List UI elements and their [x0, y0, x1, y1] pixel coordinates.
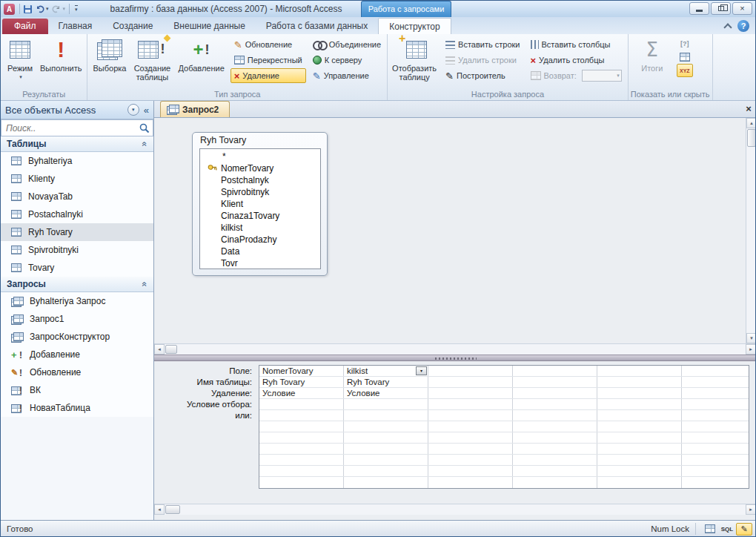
field-list-ryh-tovary[interactable]: Ryh Tovary * NomerTovary Postchalnyk Spi…	[192, 132, 328, 276]
section-collapse-icon[interactable]: «	[140, 142, 150, 147]
sidebar-item-klienty[interactable]: Klienty	[1, 170, 153, 188]
insert-rows-button[interactable]: Вставить строки	[442, 37, 523, 52]
grid-cell[interactable]	[597, 388, 682, 398]
grid-cell-field-2[interactable]: kilkist ▾	[344, 366, 428, 376]
sidebar-item-tovary[interactable]: Tovary	[1, 259, 153, 277]
grid-cell[interactable]	[259, 455, 344, 465]
scroll-down-icon[interactable]: ▼	[746, 333, 756, 343]
tab-home[interactable]: Главная	[48, 19, 103, 34]
grid-cell[interactable]	[428, 477, 513, 488]
tab-external-data[interactable]: Внешние данные	[163, 19, 256, 34]
grid-cell[interactable]	[259, 432, 344, 443]
insert-columns-button[interactable]: Вставить столбцы	[527, 37, 626, 52]
tab-zapros2[interactable]: Запрос2	[160, 101, 230, 117]
sidebar-item-novayatab[interactable]: NovayaTab	[1, 188, 153, 205]
design-vertical-scrollbar[interactable]: ▲ ▼	[746, 118, 756, 343]
nav-pane-header[interactable]: Все объекты Access ▾ «	[1, 101, 153, 119]
field-dropdown-icon[interactable]: ▾	[416, 366, 427, 375]
scroll-right-icon[interactable]: ►	[746, 344, 756, 355]
grid-cell[interactable]	[344, 410, 428, 421]
grid-cell[interactable]	[259, 477, 344, 488]
sidebar-item-postachalnyki[interactable]: Postachalnyki	[1, 205, 153, 223]
grid-cell-table-2[interactable]: Ryh Tovary	[344, 377, 428, 387]
grid-horizontal-scrollbar[interactable]: ◄ ►	[154, 504, 756, 515]
grid-cell[interactable]	[597, 477, 682, 488]
tab-file[interactable]: Файл	[2, 19, 48, 34]
sql-view-button[interactable]: SQL	[719, 523, 735, 536]
grid-cell[interactable]	[682, 410, 749, 421]
close-button[interactable]: ×	[732, 2, 752, 15]
tab-database-tools[interactable]: Работа с базами данных	[256, 19, 378, 34]
field-row-klient[interactable]: Klient	[200, 198, 320, 210]
grid-cell[interactable]	[597, 444, 682, 454]
collapse-ribbon-icon[interactable]	[724, 24, 732, 28]
sidebar-item-spivrobitnyki[interactable]: Spivrobitnyki	[1, 241, 153, 259]
grid-cell[interactable]	[682, 432, 749, 443]
search-icon[interactable]	[139, 122, 150, 134]
grid-cell[interactable]	[428, 399, 513, 409]
delete-columns-button[interactable]: × Удалить столбцы	[527, 53, 626, 67]
grid-cell[interactable]	[513, 388, 597, 398]
vertical-scroll-thumb[interactable]	[747, 129, 756, 147]
scroll-left-icon[interactable]: ◄	[154, 344, 165, 355]
undo-button[interactable]: ▾	[33, 2, 50, 16]
grid-cell[interactable]	[428, 455, 513, 465]
grid-cell[interactable]	[513, 421, 597, 432]
grid-cell[interactable]	[597, 432, 682, 443]
grid-cell[interactable]	[344, 421, 428, 432]
grid-cell[interactable]	[513, 399, 597, 409]
grid-cell[interactable]	[344, 455, 428, 465]
delete-query-button[interactable]: × Удаление	[231, 68, 306, 83]
grid-cell[interactable]	[682, 444, 749, 454]
sidebar-item-obnovlenie[interactable]: ✎! Обновление	[1, 363, 153, 381]
field-row-postchalnyk[interactable]: Postchalnyk	[200, 174, 320, 186]
grid-cell[interactable]	[259, 421, 344, 432]
design-view-button[interactable]: ✎	[736, 523, 752, 536]
property-sheet-button[interactable]	[677, 50, 693, 64]
grid-cell[interactable]	[344, 432, 428, 443]
scroll-left-icon[interactable]: ◄	[154, 504, 165, 515]
grid-cell[interactable]	[259, 466, 344, 476]
grid-cell-delete-2[interactable]: Условие	[344, 388, 428, 398]
grid-cell[interactable]	[344, 399, 428, 409]
tab-design[interactable]: Конструктор	[378, 18, 451, 34]
section-header-tables[interactable]: Таблицы «	[1, 136, 153, 152]
field-row-cinaza1tovary[interactable]: Cinaza1Tovary	[200, 210, 320, 222]
grid-cell[interactable]	[597, 421, 682, 432]
section-header-queries[interactable]: Запросы «	[1, 277, 153, 292]
grid-cell[interactable]	[513, 466, 597, 476]
pass-through-button[interactable]: К серверу	[309, 53, 385, 67]
grid-cell[interactable]	[513, 410, 597, 421]
access-app-icon[interactable]: A	[4, 4, 15, 15]
grid-cell[interactable]	[597, 455, 682, 465]
sidebar-item-novaya-tablica[interactable]: ! НоваяТаблица	[1, 399, 153, 417]
grid-cell[interactable]	[428, 432, 513, 443]
grid-cell[interactable]	[682, 466, 749, 476]
grid-cell[interactable]	[597, 377, 682, 387]
make-table-button[interactable]: ! Создание таблицы	[129, 35, 175, 82]
grid-cell[interactable]	[344, 444, 428, 454]
section-collapse-icon[interactable]: «	[140, 282, 150, 287]
grid-cell-delete-1[interactable]: Условие	[259, 388, 344, 398]
grid-cell[interactable]	[682, 477, 749, 488]
show-table-button[interactable]: + Отобразить таблицу	[390, 35, 439, 82]
grid-cell[interactable]	[428, 444, 513, 454]
grid-cell[interactable]	[428, 421, 513, 432]
sidebar-item-byhalteriya[interactable]: Byhalteriya	[1, 152, 153, 170]
union-button[interactable]: Объединение	[309, 37, 385, 52]
field-row-kilkist[interactable]: kilkist	[200, 222, 320, 234]
grid-cell[interactable]	[597, 410, 682, 421]
grid-cell[interactable]	[428, 377, 513, 387]
tab-create[interactable]: Создание	[102, 19, 163, 34]
grid-cell[interactable]	[428, 366, 513, 376]
grid-cell[interactable]	[682, 455, 749, 465]
run-button[interactable]: ! Выполнить	[37, 35, 84, 73]
table-names-button[interactable]: XYZ	[677, 64, 693, 77]
design-horizontal-scrollbar[interactable]: ◄ ►	[154, 343, 756, 355]
grid-cell[interactable]	[513, 366, 597, 376]
grid-cell[interactable]	[513, 477, 597, 488]
grid-cell[interactable]	[428, 466, 513, 476]
restore-button[interactable]	[711, 2, 731, 15]
query-design-canvas[interactable]: Ryh Tovary * NomerTovary Postchalnyk Spi…	[154, 118, 746, 343]
builder-button[interactable]: ✎ Построитель	[442, 68, 523, 83]
